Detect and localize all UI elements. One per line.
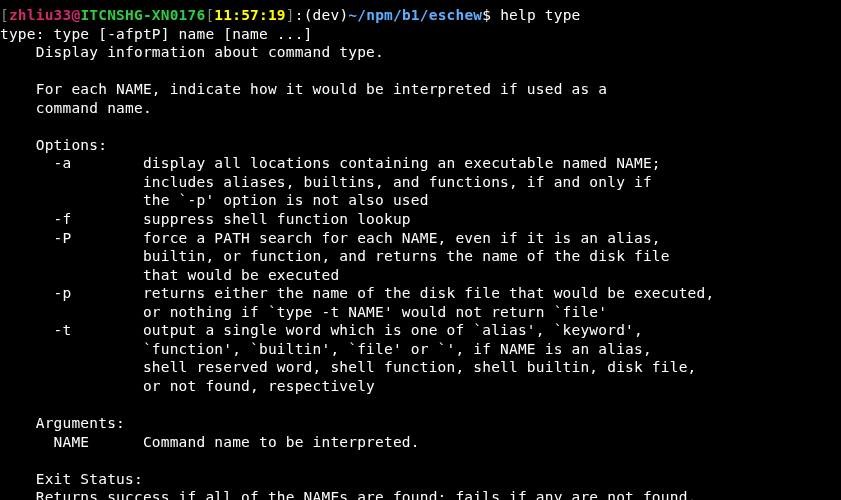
prompt-command: help type: [500, 7, 580, 23]
output-line-argument-name: NAME Command name to be interpreted.: [0, 433, 841, 452]
output-line-option-p: -p returns either the name of the disk f…: [0, 284, 841, 303]
prompt-line[interactable]: [zhliu33@ITCNSHG-XN0176[11:57:19]:(dev)~…: [0, 6, 841, 25]
output-line-blank: [0, 117, 841, 136]
output-line: that would be executed: [0, 266, 841, 285]
output-line-option-t: -t output a single word which is one of …: [0, 321, 841, 340]
output-line: builtin, or function, and returns the na…: [0, 247, 841, 266]
output-line: `function', `builtin', `file' or `', if …: [0, 340, 841, 359]
output-line-exit-status: Returns success if all of the NAMEs are …: [0, 488, 841, 500]
output-line: or nothing if `type -t NAME' would not r…: [0, 303, 841, 322]
prompt-dollar: $: [482, 7, 500, 23]
output-line: the `-p' option is not also used: [0, 191, 841, 210]
output-line: or not found, respectively: [0, 377, 841, 396]
output-line-desc: Display information about command type.: [0, 43, 841, 62]
prompt-host: ITCNSHG-XN0176: [80, 7, 205, 23]
output-line: includes aliases, builtins, and function…: [0, 173, 841, 192]
output-line-exit-status-header: Exit Status:: [0, 470, 841, 489]
output-line-blank: [0, 395, 841, 414]
prompt-user: zhliu33: [9, 7, 72, 23]
output-line: For each NAME, indicate how it would be …: [0, 80, 841, 99]
output-line-option-f: -f suppress shell function lookup: [0, 210, 841, 229]
output-line-blank: [0, 62, 841, 81]
prompt-time: 11:57:19: [214, 7, 285, 23]
output-line-option-a: -a display all locations containing an e…: [0, 154, 841, 173]
output-line-options-header: Options:: [0, 136, 841, 155]
output-line-usage: type: type [-afptP] name [name ...]: [0, 25, 841, 44]
prompt-path: ~/npm/b1/eschew: [348, 7, 482, 23]
prompt-env: (dev): [304, 7, 349, 23]
output-line: shell reserved word, shell function, she…: [0, 358, 841, 377]
prompt-bracket-open: [: [0, 7, 9, 23]
prompt-separator: :: [295, 7, 304, 23]
output-line-arguments-header: Arguments:: [0, 414, 841, 433]
prompt-bracket-close2: ]: [286, 7, 295, 23]
output-line: command name.: [0, 99, 841, 118]
output-line-option-cap-p: -P force a PATH search for each NAME, ev…: [0, 229, 841, 248]
output-line-blank: [0, 451, 841, 470]
